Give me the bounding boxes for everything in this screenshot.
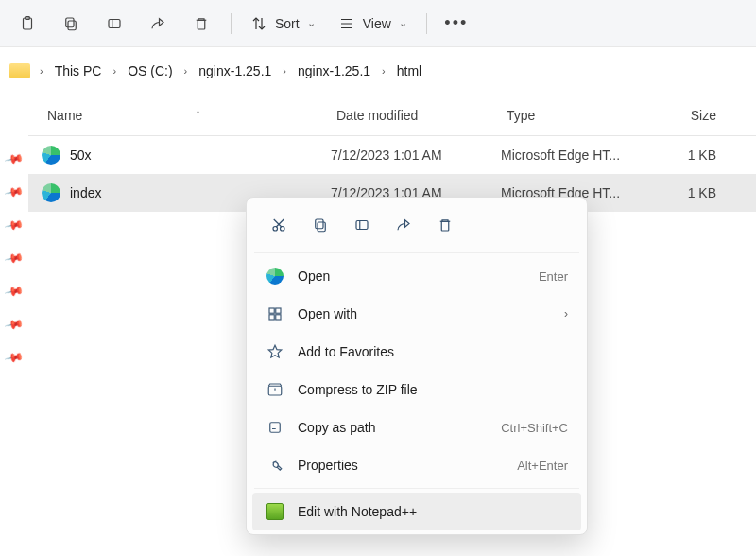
menu-edit-notepadpp[interactable]: Edit with Notepad++ [252,493,581,530]
separator [254,252,579,253]
view-label: View [363,16,391,31]
sort-asc-icon: ˄ [196,110,200,120]
pin-icon[interactable]: 📌 [4,182,25,201]
svg-rect-3 [66,18,74,27]
share-icon[interactable] [138,7,178,41]
pin-icon[interactable]: 📌 [4,314,25,334]
more-button[interactable]: ••• [437,7,476,41]
menu-label: Add to Favorites [298,344,394,359]
chevron-right-icon: › [378,65,389,77]
chevron-right-icon: › [36,65,47,77]
svg-rect-11 [441,221,449,231]
edge-icon [42,183,60,202]
rename-icon[interactable] [94,7,134,41]
svg-rect-13 [276,308,281,313]
svg-rect-9 [316,219,323,229]
svg-rect-5 [198,20,205,29]
separator [231,13,232,34]
menu-label: Open with [298,306,357,321]
shortcut-hint: Alt+Enter [517,459,568,473]
context-toolbar [252,205,581,249]
delete-icon[interactable] [181,7,221,41]
svg-rect-14 [269,315,274,320]
file-date: 7/12/2023 1:01 AM [331,148,501,163]
folder-icon [9,63,30,78]
share-icon[interactable] [385,209,422,241]
menu-label: Compress to ZIP file [298,382,418,397]
file-name: 50x [70,148,92,163]
pin-icon[interactable]: 📌 [4,248,25,268]
menu-open[interactable]: Open Enter [252,257,581,295]
toolbar: Sort ⌄ View ⌄ ••• [0,0,756,47]
delete-icon[interactable] [426,209,464,241]
breadcrumb[interactable]: › This PC › OS (C:) › nginx-1.25.1 › ngi… [0,47,756,95]
pin-icon[interactable]: 📌 [4,215,25,235]
menu-label: Copy as path [298,420,376,435]
wrench-icon [266,457,284,474]
breadcrumb-segment[interactable]: nginx-1.25.1 [294,61,374,80]
pin-icon[interactable]: 📌 [4,281,25,301]
header-name-label: Name [47,108,82,123]
breadcrumb-segment[interactable]: nginx-1.25.1 [195,61,275,80]
file-size: 1 KB [643,148,728,163]
chevron-down-icon: ⌄ [399,17,407,29]
edge-icon [266,268,284,285]
menu-label: Edit with Notepad++ [298,504,417,519]
sort-icon [250,15,267,32]
svg-rect-2 [68,21,76,30]
open-with-icon [266,305,284,322]
pin-icon[interactable]: 📌 [4,347,25,367]
pin-icon[interactable]: 📌 [4,148,25,168]
header-date[interactable]: Date modified [331,108,501,123]
star-icon [266,343,284,360]
svg-rect-4 [109,19,120,27]
sort-button[interactable]: Sort ⌄ [241,7,325,41]
cut-icon[interactable] [260,209,298,241]
shortcut-hint: Enter [539,269,568,284]
zip-icon [266,381,284,398]
view-button[interactable]: View ⌄ [329,7,417,41]
menu-favorites[interactable]: Add to Favorites [252,333,581,371]
chevron-down-icon: ⌄ [307,17,316,29]
file-size: 1 KB [643,185,728,200]
sort-label: Sort [275,16,300,31]
menu-copy-path[interactable]: Copy as path Ctrl+Shift+C [252,408,581,446]
chevron-right-icon: › [564,307,568,321]
cut-icon[interactable] [8,7,47,41]
view-icon [338,15,355,32]
svg-rect-8 [318,222,325,232]
breadcrumb-segment[interactable]: This PC [51,61,106,80]
menu-label: Properties [298,458,358,473]
separator [254,488,579,489]
shortcut-hint: Ctrl+Shift+C [501,421,568,435]
chevron-right-icon: › [180,65,192,77]
header-name[interactable]: Name ˄ [28,108,331,123]
breadcrumb-segment[interactable]: html [393,61,425,80]
context-menu: Open Enter Open with › Add to Favorites … [246,197,588,535]
menu-label: Open [298,269,330,284]
svg-rect-10 [356,221,368,230]
svg-rect-16 [268,386,282,395]
notepadpp-icon [266,503,284,520]
svg-rect-15 [276,315,281,320]
file-name: index [70,185,101,200]
svg-rect-17 [270,423,281,433]
edge-icon [42,146,60,165]
header-size[interactable]: Size [643,108,728,123]
rename-icon[interactable] [343,209,381,241]
file-type: Microsoft Edge HT... [501,148,643,163]
menu-open-with[interactable]: Open with › [252,295,581,333]
copy-path-icon [266,419,284,436]
column-headers: Name ˄ Date modified Type Size [28,95,756,136]
breadcrumb-segment[interactable]: OS (C:) [124,61,176,80]
separator [426,13,427,34]
menu-compress[interactable]: Compress to ZIP file [252,371,581,408]
svg-rect-12 [269,308,274,313]
header-type[interactable]: Type [501,108,643,123]
table-row[interactable]: 50x 7/12/2023 1:01 AM Microsoft Edge HT.… [28,136,756,174]
chevron-right-icon: › [279,65,290,77]
copy-icon[interactable] [301,209,339,241]
chevron-right-icon: › [109,65,120,77]
menu-properties[interactable]: Properties Alt+Enter [252,446,581,484]
copy-icon[interactable] [51,7,91,41]
